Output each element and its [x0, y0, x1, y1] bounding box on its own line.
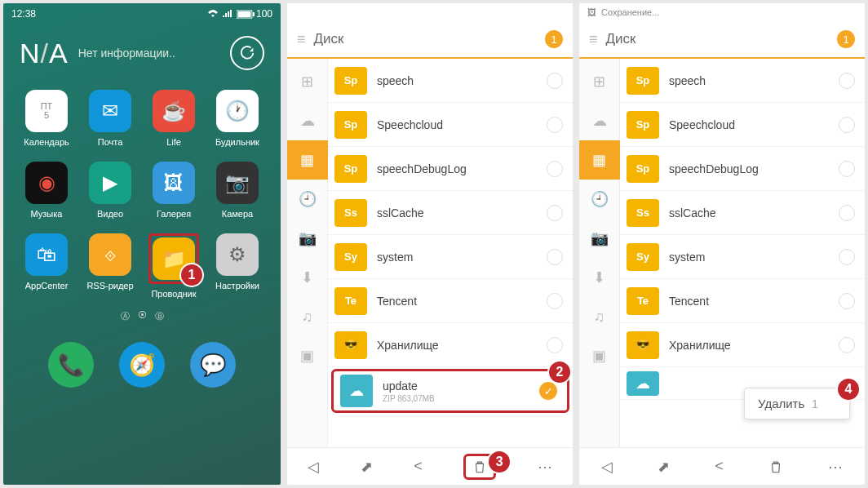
file-row[interactable]: Sp speechDebugLog	[620, 147, 865, 191]
file-row[interactable]: Sy system	[328, 235, 573, 279]
file-name-label: update ZIP 863,07MB	[383, 379, 529, 403]
sidebar-item-3[interactable]: 🕘	[287, 180, 328, 219]
sidebar-item-5[interactable]: ⬇	[287, 258, 328, 297]
file-row[interactable]: Te Tencent	[328, 279, 573, 323]
life-icon: ☕	[153, 90, 195, 132]
app-label: Видео	[97, 209, 123, 219]
file-manager-screen-delete: 🖼 Сохранение... ≡ Диск 1 ⊞☁▦🕘📷⬇♫▣ Sp spe…	[579, 3, 865, 485]
fm-sidebar: ⊞☁▦🕘📷⬇♫▣	[579, 59, 620, 447]
trash-icon[interactable]: 3	[463, 454, 496, 480]
app-mail-icon[interactable]: ✉Почта	[82, 90, 139, 147]
checkbox-empty[interactable]	[839, 205, 855, 221]
menu-icon[interactable]: ≡	[297, 31, 306, 48]
signal-icon	[222, 9, 233, 19]
file-row[interactable]: Sp Speechcloud	[328, 103, 573, 147]
folder-icon: Sp	[627, 155, 659, 183]
sidebar-item-6[interactable]: ♫	[287, 297, 328, 336]
app-gallery-icon[interactable]: 🖼Галерея	[145, 162, 202, 219]
folder-icon: 😎	[627, 331, 659, 359]
trash-icon[interactable]	[768, 459, 783, 474]
file-row[interactable]: 😎 Хранилище	[328, 323, 573, 367]
sidebar-item-1[interactable]: ☁	[579, 101, 620, 140]
file-row[interactable]: Sp speech	[328, 59, 573, 103]
move-icon[interactable]: ⬈	[658, 458, 670, 476]
checkbox-empty[interactable]	[547, 249, 563, 265]
app-calendar-icon[interactable]: ПТ 5Календарь	[18, 90, 75, 147]
fm-title: Диск	[606, 31, 636, 47]
fm-bottom-bar: ◁ ⬈ < 3 ⋯	[287, 447, 573, 485]
file-name-label: speech	[669, 74, 829, 87]
file-row[interactable]: Ss sslCache	[328, 191, 573, 235]
sidebar-item-2[interactable]: ▦	[287, 140, 328, 180]
app-music-icon[interactable]: ◉Музыка	[18, 162, 75, 219]
sidebar-item-5[interactable]: ⬇	[579, 258, 620, 297]
browser-icon[interactable]: 🧭	[119, 342, 165, 388]
sidebar-item-7[interactable]: ▣	[579, 336, 620, 375]
app-label: Настройки	[215, 281, 259, 291]
file-row-update[interactable]: ☁ update ZIP 863,07MB ✓ 2	[331, 369, 569, 413]
back-icon[interactable]: ◁	[308, 458, 319, 476]
file-row[interactable]: Sp speechDebugLog	[328, 147, 573, 191]
checkbox-empty[interactable]	[547, 161, 563, 177]
move-icon[interactable]: ⬈	[361, 458, 373, 476]
sms-icon[interactable]: 💬	[190, 342, 236, 388]
step-badge-1: 1	[179, 263, 204, 287]
more-icon[interactable]: ⋯	[538, 458, 552, 476]
sidebar-item-4[interactable]: 📷	[287, 219, 328, 258]
app-video-icon[interactable]: ▶Видео	[82, 162, 139, 219]
fm-title: Диск	[314, 31, 344, 47]
file-name-label: Хранилище	[377, 339, 537, 352]
checkbox-checked[interactable]: ✓	[539, 382, 557, 400]
calendar-icon: ПТ 5	[25, 90, 68, 132]
file-row[interactable]: 😎 Хранилище	[620, 323, 865, 367]
checkbox-empty[interactable]	[839, 249, 855, 265]
file-row[interactable]: Sy system	[620, 235, 865, 279]
checkbox-empty[interactable]	[547, 73, 563, 89]
sidebar-item-0[interactable]: ⊞	[287, 62, 328, 101]
checkbox-empty[interactable]	[839, 337, 855, 353]
file-row[interactable]: Sp speech	[620, 59, 865, 103]
file-row[interactable]: Ss sslCache	[620, 191, 865, 235]
checkbox-empty[interactable]	[547, 293, 563, 309]
folder-icon: Ss	[334, 199, 367, 227]
app-rss-icon[interactable]: ⟐RSS-ридер	[82, 233, 139, 299]
alarm-icon: 🕐	[216, 90, 259, 132]
app-explorer-icon[interactable]: 📁Проводник1	[145, 233, 202, 299]
back-icon[interactable]: ◁	[601, 458, 613, 476]
checkbox-empty[interactable]	[547, 117, 563, 133]
sidebar-item-1[interactable]: ☁	[287, 101, 328, 140]
app-life-icon[interactable]: ☕Life	[145, 90, 202, 147]
sidebar-item-3[interactable]: 🕘	[579, 180, 620, 219]
battery-icon: 100	[237, 8, 272, 20]
app-alarm-icon[interactable]: 🕐Будильник	[209, 90, 266, 147]
sidebar-item-2[interactable]: ▦	[579, 140, 620, 180]
checkbox-empty[interactable]	[839, 161, 855, 177]
app-camera-icon[interactable]: 📷Камера	[209, 162, 266, 219]
checkbox-empty[interactable]	[547, 337, 563, 353]
delete-popup[interactable]: Удалить 1 4	[744, 388, 850, 419]
file-row[interactable]: Sp Speechcloud	[620, 103, 865, 147]
sidebar-item-4[interactable]: 📷	[579, 219, 620, 258]
share-icon[interactable]: <	[414, 458, 423, 475]
no-info-text: Нет информации..	[78, 47, 175, 60]
refresh-button[interactable]	[230, 36, 264, 70]
menu-icon[interactable]: ≡	[589, 31, 598, 48]
app-appcenter-icon[interactable]: 🛍AppCenter	[18, 233, 75, 299]
more-icon[interactable]: ⋯	[828, 458, 843, 476]
phone-icon[interactable]: 📞	[48, 342, 94, 388]
sidebar-item-7[interactable]: ▣	[287, 336, 328, 375]
checkbox-empty[interactable]	[839, 73, 855, 89]
file-name-label: Speechcloud	[377, 118, 537, 131]
checkbox-empty[interactable]	[839, 293, 855, 309]
checkbox-empty[interactable]	[547, 205, 563, 221]
sidebar-item-0[interactable]: ⊞	[579, 62, 620, 101]
checkbox-empty[interactable]	[839, 117, 855, 133]
sidebar-item-6[interactable]: ♫	[579, 297, 620, 336]
app-label: Камера	[222, 209, 253, 219]
share-icon[interactable]: <	[715, 458, 724, 475]
app-settings-icon[interactable]: ⚙Настройки	[209, 233, 266, 299]
file-row[interactable]: Te Tencent	[620, 279, 865, 323]
file-name-label: Tencent	[377, 295, 537, 308]
app-label: Календарь	[24, 137, 69, 147]
appcenter-icon: 🛍	[25, 233, 68, 276]
